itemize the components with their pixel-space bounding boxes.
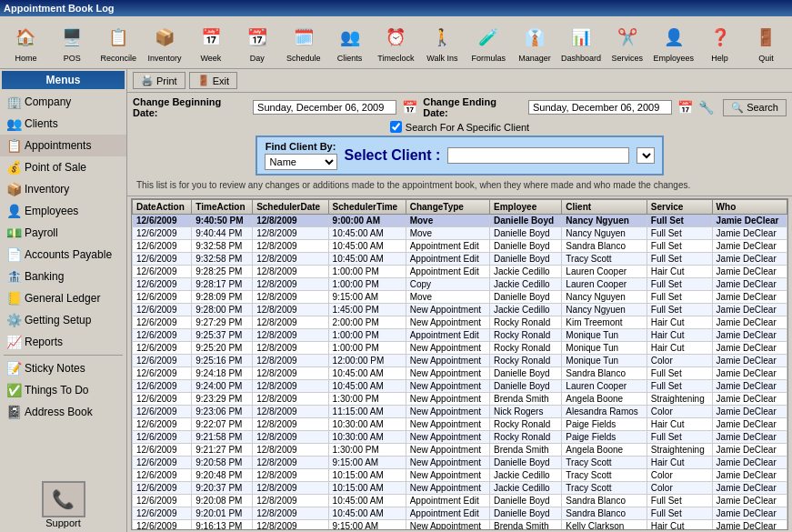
table-row[interactable]: 12/6/20099:20:37 PM12/8/200910:15:00 AMN… bbox=[133, 482, 787, 495]
toolbar-btn-manager[interactable]: 👔Manager bbox=[513, 19, 557, 66]
table-row[interactable]: 12/6/20099:24:18 PM12/8/200910:45:00 AMN… bbox=[133, 367, 787, 380]
date-row: Change Beginning Date: 📅 Change Ending D… bbox=[133, 96, 787, 118]
toolbar-btn-formulas[interactable]: 🧪Formulas bbox=[466, 19, 511, 66]
table-row[interactable]: 12/6/20099:28:25 PM12/8/20091:00:00 PMAp… bbox=[133, 266, 787, 278]
toolbar-btn-services[interactable]: ✂️Services bbox=[605, 19, 649, 66]
search-settings-icon[interactable]: 🔧 bbox=[698, 100, 714, 115]
table-row[interactable]: 12/6/20099:22:07 PM12/8/200910:30:00 AMN… bbox=[133, 418, 787, 431]
table-row[interactable]: 12/6/20099:20:48 PM12/8/200910:15:00 AMN… bbox=[133, 469, 787, 482]
toolbar-btn-clients[interactable]: 👥Clients bbox=[327, 19, 372, 66]
toolbar-btn-walkIns[interactable]: 🚶Walk Ins bbox=[420, 19, 465, 66]
info-text: This list is for you to review any chang… bbox=[133, 178, 787, 192]
ending-date-input[interactable] bbox=[528, 100, 672, 115]
toolbar-btn-inventory[interactable]: 📦Inventory bbox=[143, 19, 187, 66]
toolbar-btn-pos[interactable]: 🖥️POS bbox=[50, 19, 95, 66]
sidebar-item-label: General Ledger bbox=[25, 292, 100, 305]
toolbar-btn-quit[interactable]: 🚪Quit bbox=[744, 19, 788, 66]
sidebar-item-label: Clients bbox=[25, 117, 58, 130]
beginning-date-input[interactable] bbox=[253, 100, 396, 115]
table-row[interactable]: 12/6/20099:27:29 PM12/8/20092:00:00 PMNe… bbox=[133, 316, 787, 329]
table-row[interactable]: 12/6/20099:28:00 PM12/8/20091:45:00 PMNe… bbox=[133, 304, 787, 316]
toolbar-btn-reconcile[interactable]: 📋Reconcile bbox=[96, 19, 141, 66]
sidebar-item-address-book[interactable]: 📓 Address Book bbox=[0, 401, 126, 423]
sidebar-item-label: Employees bbox=[25, 205, 78, 217]
table-row[interactable]: 12/6/20099:32:58 PM12/8/200910:45:00 AMA… bbox=[133, 240, 787, 253]
sidebar-item-accounts-payable[interactable]: 📄 Accounts Payable bbox=[0, 244, 126, 266]
inventory-icon: 📦 bbox=[6, 182, 21, 196]
manager-icon: 👔 bbox=[520, 23, 549, 52]
table-row[interactable]: 12/6/20099:16:13 PM12/8/20099:15:00 AMNe… bbox=[133, 520, 787, 531]
table-row[interactable]: 12/6/20099:20:08 PM12/8/200910:45:00 AMA… bbox=[133, 495, 787, 507]
print-button[interactable]: 🖨️ Print bbox=[133, 72, 185, 89]
sidebar-item-reports[interactable]: 📈 Reports bbox=[0, 331, 126, 353]
ap-icon: 📄 bbox=[6, 247, 21, 262]
services-icon: ✂️ bbox=[613, 23, 642, 52]
search-button[interactable]: 🔍 Search bbox=[723, 99, 787, 116]
sidebar-item-banking[interactable]: 🏦 Banking bbox=[0, 266, 126, 287]
sidebar-item-company[interactable]: 🏢 Company bbox=[0, 91, 126, 113]
table-row[interactable]: 12/6/20099:23:06 PM12/8/200911:15:00 AMN… bbox=[133, 406, 787, 418]
quit-icon: 🚪 bbox=[751, 23, 780, 52]
sidebar-item-label: Getting Setup bbox=[25, 314, 91, 326]
toolbar-btn-timeclock[interactable]: ⏰Timeclock bbox=[374, 19, 418, 66]
find-client-by-label: Find Client By: bbox=[266, 141, 336, 152]
support-button[interactable]: 📞 Support bbox=[4, 481, 123, 528]
table-row[interactable]: 12/6/20099:40:44 PM12/8/200910:45:00 AMM… bbox=[133, 227, 787, 240]
find-by-select[interactable]: Name bbox=[265, 154, 337, 170]
pos-icon: 💰 bbox=[6, 160, 21, 175]
table-row[interactable]: 12/6/20099:32:58 PM12/8/200910:45:00 AMA… bbox=[133, 253, 787, 266]
sidebar-item-payroll[interactable]: 💵 Payroll bbox=[0, 222, 126, 244]
toolbar-btn-help[interactable]: ❓Help bbox=[697, 19, 742, 66]
window-title: Appointment Book Log bbox=[4, 3, 115, 14]
table-row[interactable]: 12/6/20099:20:01 PM12/8/200910:45:00 AMA… bbox=[133, 507, 787, 520]
formulas-icon: 🧪 bbox=[474, 23, 503, 52]
pos-label: POS bbox=[64, 54, 81, 63]
toolbar-btn-schedule[interactable]: 🗓️Schedule bbox=[281, 19, 326, 66]
reconcile-label: Reconcile bbox=[100, 54, 136, 63]
gl-icon: 📒 bbox=[6, 291, 21, 306]
sidebar-item-appointments[interactable]: 📋 Appointments bbox=[0, 135, 126, 156]
table-row[interactable]: 12/6/20099:23:29 PM12/8/20091:30:00 PMNe… bbox=[133, 393, 787, 406]
sidebar-item-general-ledger[interactable]: 📒 General Ledger bbox=[0, 287, 126, 309]
inventory-icon: 📦 bbox=[150, 23, 179, 52]
table-row[interactable]: 12/6/20099:28:09 PM12/8/20099:15:00 AMMo… bbox=[133, 291, 787, 304]
table-row[interactable]: 12/6/20099:24:00 PM12/8/200910:45:00 AMN… bbox=[133, 380, 787, 393]
select-client-dropdown[interactable] bbox=[637, 147, 655, 164]
sidebar-item-sticky-notes[interactable]: 📝 Sticky Notes bbox=[0, 357, 126, 379]
table-row[interactable]: 12/6/20099:20:58 PM12/8/20099:15:00 AMNe… bbox=[133, 457, 787, 469]
beginning-calendar-icon[interactable]: 📅 bbox=[402, 100, 417, 115]
table-row[interactable]: 12/6/20099:21:58 PM12/8/200910:30:00 AMN… bbox=[133, 431, 787, 444]
main-layout: Menus 🏢 Company 👥 Clients 📋 Appointments… bbox=[0, 69, 792, 532]
sidebar-item-things-to-do[interactable]: ✅ Things To Do bbox=[0, 379, 126, 401]
sidebar-item-clients[interactable]: 👥 Clients bbox=[0, 113, 126, 135]
address-icon: 📓 bbox=[6, 405, 21, 419]
toolbar-btn-dashboard[interactable]: 📊Dashboard bbox=[559, 19, 604, 66]
printer-icon: 🖨️ bbox=[141, 75, 154, 86]
table-row[interactable]: 12/6/20099:25:16 PM12/8/200912:00:00 PMN… bbox=[133, 355, 787, 367]
clients-icon: 👥 bbox=[336, 23, 365, 52]
toolbar-btn-home[interactable]: 🏠Home bbox=[4, 19, 48, 66]
walkIns-label: Walk Ins bbox=[426, 54, 457, 63]
sidebar-item-label: Banking bbox=[25, 270, 64, 283]
toolbar-btn-day[interactable]: 📆Day bbox=[235, 19, 279, 66]
select-client-input[interactable] bbox=[447, 147, 629, 164]
sidebar-item-label: Appointments bbox=[25, 139, 91, 152]
day-icon: 📆 bbox=[243, 23, 272, 52]
exit-button[interactable]: 🚪 Exit bbox=[189, 72, 237, 89]
toolbar-btn-week[interactable]: 📅Week bbox=[189, 19, 234, 66]
ending-calendar-icon[interactable]: 📅 bbox=[677, 100, 693, 115]
table-row[interactable]: 12/6/20099:40:50 PM12/8/20099:00:00 AMMo… bbox=[133, 215, 787, 227]
table-row[interactable]: 12/6/20099:25:20 PM12/8/20091:00:00 PMNe… bbox=[133, 342, 787, 355]
action-bar: 🖨️ Print 🚪 Exit bbox=[127, 69, 792, 93]
col-time-action: TimeAction bbox=[192, 200, 253, 215]
table-row[interactable]: 12/6/20099:21:27 PM12/8/20091:30:00 PMNe… bbox=[133, 444, 787, 457]
toolbar-btn-employees[interactable]: 👤Employees bbox=[651, 19, 696, 66]
payroll-icon: 💵 bbox=[6, 226, 21, 240]
table-row[interactable]: 12/6/20099:25:37 PM12/8/20091:00:00 PMAp… bbox=[133, 329, 787, 342]
specific-client-checkbox[interactable] bbox=[390, 121, 402, 133]
table-row[interactable]: 12/6/20099:28:17 PM12/8/20091:00:00 PMCo… bbox=[133, 278, 787, 291]
sidebar-item-getting-setup[interactable]: ⚙️ Getting Setup bbox=[0, 309, 126, 331]
sidebar-item-inventory[interactable]: 📦 Inventory bbox=[0, 178, 126, 200]
sidebar-item-employees[interactable]: 👤 Employees bbox=[0, 200, 126, 222]
sidebar-item-point-of-sale[interactable]: 💰 Point of Sale bbox=[0, 156, 126, 178]
